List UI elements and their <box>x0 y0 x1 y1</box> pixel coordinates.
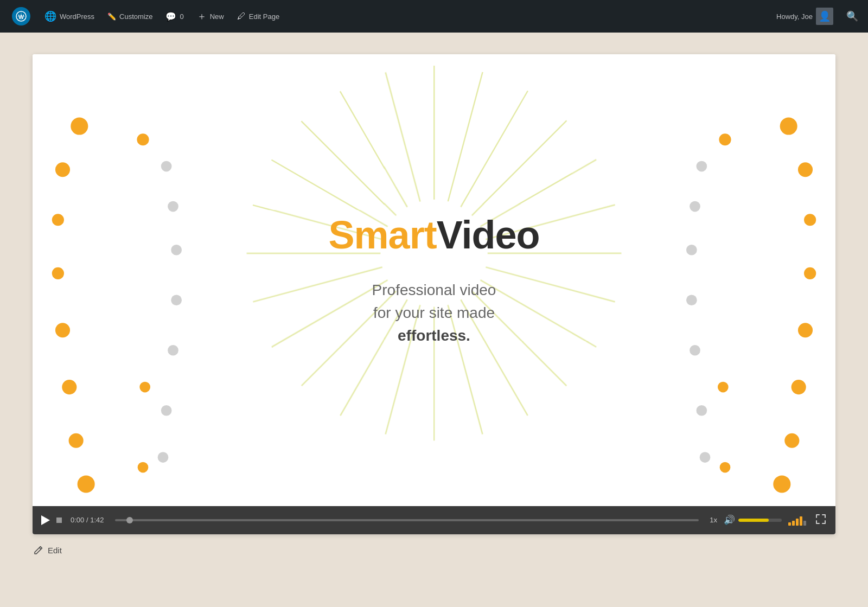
tagline-line2: for your site made <box>373 304 495 321</box>
svg-point-42 <box>792 380 806 394</box>
admin-bar-right: Howdy, Joe 👤 🔍 <box>771 4 861 28</box>
svg-line-25 <box>386 72 420 201</box>
svg-point-47 <box>720 462 731 473</box>
svg-point-33 <box>78 475 95 493</box>
svg-line-9 <box>486 267 615 302</box>
fullscreen-icon <box>815 513 827 525</box>
svg-point-59 <box>690 345 700 356</box>
svg-point-52 <box>168 345 178 356</box>
fullscreen-button[interactable] <box>815 513 827 527</box>
svg-point-56 <box>690 201 700 212</box>
edit-label: Edit <box>48 546 62 555</box>
svg-line-5 <box>472 121 566 215</box>
video-tagline: Professional video for your site made ef… <box>372 279 496 347</box>
volume-control[interactable]: 🔊 <box>724 514 782 526</box>
new-button[interactable]: ＋ New <box>192 7 229 26</box>
search-button[interactable]: 🔍 <box>843 7 861 25</box>
user-avatar: 👤 <box>816 8 833 25</box>
svg-point-54 <box>158 452 169 463</box>
video-controls-bar: 0:00 / 1:42 1x 🔊 <box>33 506 835 534</box>
quality-bar-2 <box>792 521 795 526</box>
svg-point-32 <box>69 433 84 448</box>
svg-point-39 <box>804 214 816 226</box>
svg-line-19 <box>253 267 382 302</box>
quality-bar-4 <box>800 516 802 526</box>
svg-line-4 <box>461 91 527 207</box>
svg-point-61 <box>700 452 711 463</box>
plus-icon: ＋ <box>197 10 207 23</box>
time-separator: / <box>86 516 88 524</box>
video-splash: SmartVideo Professional video for your s… <box>33 54 835 506</box>
svg-point-55 <box>696 161 707 172</box>
time-display: 0:00 / 1:42 <box>71 516 104 524</box>
svg-point-58 <box>686 295 697 305</box>
tagline-bold: effortless. <box>398 327 470 344</box>
svg-point-60 <box>696 405 707 416</box>
svg-point-38 <box>798 162 813 177</box>
volume-track[interactable] <box>738 519 782 522</box>
svg-point-26 <box>71 118 88 135</box>
customize-icon: ✏️ <box>107 12 116 21</box>
svg-point-36 <box>138 462 149 473</box>
svg-point-34 <box>137 133 149 145</box>
svg-point-41 <box>798 323 813 337</box>
wp-logo-icon: W <box>12 7 30 25</box>
avatar-icon: 👤 <box>819 10 831 22</box>
quality-bars[interactable] <box>788 515 806 526</box>
play-button[interactable] <box>41 515 50 525</box>
admin-bar: W 🌐 WordPress ✏️ Customize 💬 0 ＋ New 🖊 E… <box>0 0 868 33</box>
quality-bar-5 <box>803 521 806 526</box>
svg-point-51 <box>171 295 182 305</box>
total-time: 1:42 <box>90 516 104 524</box>
svg-point-57 <box>686 245 697 255</box>
svg-point-37 <box>780 118 797 135</box>
svg-line-18 <box>272 280 388 347</box>
volume-fill <box>738 519 769 522</box>
svg-point-40 <box>804 267 816 279</box>
svg-point-29 <box>52 267 64 279</box>
progress-bar[interactable] <box>115 519 699 521</box>
svg-line-10 <box>480 280 596 347</box>
video-main: SmartVideo Professional video for your s… <box>33 54 835 506</box>
position-dot <box>56 517 62 523</box>
customize-button[interactable]: ✏️ Customize <box>102 9 158 24</box>
svg-point-49 <box>168 201 178 212</box>
svg-text:W: W <box>18 14 24 20</box>
wordpress-logo-icon: 🌐 <box>44 10 56 22</box>
wordpress-label: WordPress <box>60 12 94 21</box>
svg-point-35 <box>139 382 150 393</box>
play-icon <box>41 515 50 525</box>
svg-point-31 <box>62 380 76 394</box>
splash-inner: SmartVideo Professional video for your s… <box>33 54 835 506</box>
comments-button[interactable]: 💬 0 <box>160 8 189 25</box>
svg-line-23 <box>302 121 396 215</box>
speed-control[interactable]: 1x <box>710 516 717 524</box>
svg-point-50 <box>171 245 182 255</box>
page-content: SmartVideo Professional video for your s… <box>0 33 868 578</box>
brand-smart: Smart <box>329 213 437 257</box>
brand-video: Video <box>437 213 540 257</box>
speed-value: 1x <box>710 516 717 524</box>
video-edit-link[interactable]: Edit <box>33 545 835 556</box>
svg-point-53 <box>161 405 172 416</box>
wp-logo-button[interactable]: W <box>7 4 37 29</box>
svg-point-45 <box>719 133 731 145</box>
edit-pencil-icon <box>33 545 43 556</box>
user-greeting[interactable]: Howdy, Joe 👤 <box>771 4 839 28</box>
volume-icon: 🔊 <box>724 514 735 526</box>
svg-line-24 <box>340 91 407 207</box>
svg-point-43 <box>784 433 799 448</box>
quality-bar-1 <box>788 522 791 526</box>
new-label: New <box>210 12 224 21</box>
svg-line-3 <box>448 72 483 201</box>
wordpress-menu[interactable]: 🌐 WordPress <box>39 7 100 25</box>
svg-point-28 <box>52 214 64 226</box>
edit-page-icon: 🖊 <box>237 11 246 21</box>
tagline-line1: Professional video <box>372 282 496 298</box>
progress-indicator <box>126 517 133 523</box>
customize-label: Customize <box>119 12 152 21</box>
svg-point-30 <box>55 323 70 337</box>
video-player: SmartVideo Professional video for your s… <box>33 54 835 534</box>
edit-page-button[interactable]: 🖊 Edit Page <box>232 8 285 24</box>
edit-page-label: Edit Page <box>249 12 279 21</box>
